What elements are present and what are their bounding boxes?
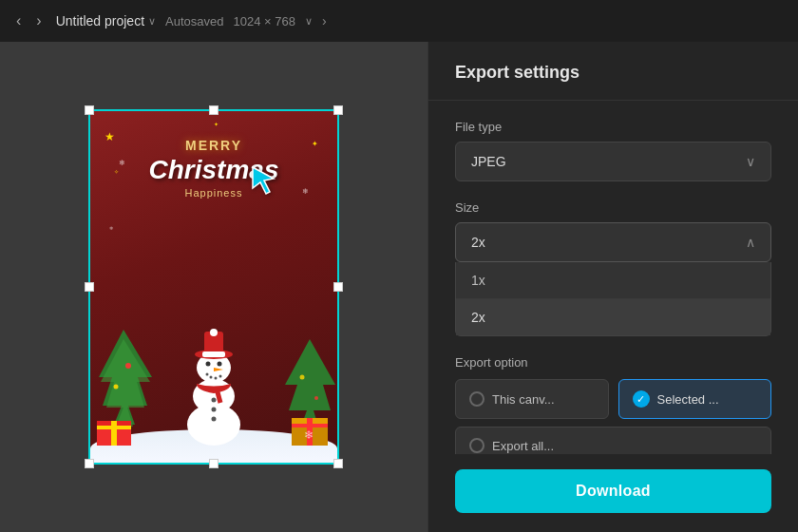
handle-top-right[interactable] [333, 105, 343, 115]
panel-body: File type JPEG ∨ Size 2x ∧ 1x 2x E [428, 101, 798, 454]
main-area: ★ ✦ ✦ ✧ ❄ ❄ ❄ MERRY Christmas Happiness [0, 42, 798, 532]
gift-box-right: ❄ [290, 406, 330, 446]
file-type-chevron-icon: ∨ [746, 154, 755, 169]
export-all-radio [469, 438, 484, 453]
dimensions-label: 1024 × 768 [233, 14, 294, 28]
svg-point-25 [212, 417, 217, 422]
handle-bottom-right[interactable] [333, 459, 343, 468]
selected-option[interactable]: ✓ Selected ... [618, 379, 772, 419]
this-canvas-option[interactable]: This canv... [455, 379, 609, 419]
handle-bottom-left[interactable] [85, 459, 94, 468]
handle-top-center[interactable] [209, 105, 218, 115]
export-option-label: Export option [455, 355, 771, 370]
merry-text: MERRY [185, 138, 242, 153]
panel-header: Export settings [428, 42, 798, 101]
download-button[interactable]: Download [455, 469, 771, 513]
export-all-text: Export all... [492, 439, 554, 453]
file-type-select[interactable]: JPEG ∨ [455, 142, 771, 181]
nav-arrow-icon: › [322, 13, 327, 28]
svg-text:❄: ❄ [304, 428, 314, 442]
happiness-text: Happiness [185, 187, 243, 199]
size-option-1x[interactable]: 1x [456, 262, 770, 299]
size-select[interactable]: 2x ∧ [455, 222, 771, 262]
file-type-label: File type [455, 120, 771, 134]
canvas-image: ★ ✦ ✦ ✧ ❄ ❄ ❄ MERRY Christmas Happiness [90, 111, 337, 463]
canvas-area[interactable]: ★ ✦ ✦ ✧ ❄ ❄ ❄ MERRY Christmas Happiness [0, 42, 428, 532]
panel-title: Export settings [455, 63, 771, 83]
gift-box-left [95, 409, 133, 446]
svg-rect-34 [292, 424, 328, 428]
svg-point-8 [314, 396, 318, 400]
svg-point-4 [114, 385, 119, 390]
svg-point-7 [300, 375, 305, 380]
export-panel: Export settings File type JPEG ∨ Size 2x… [428, 42, 798, 532]
svg-point-16 [206, 362, 211, 367]
svg-point-17 [218, 362, 222, 367]
handle-mid-right[interactable] [333, 282, 343, 292]
dimensions-chevron-icon: ∨ [305, 15, 313, 28]
file-type-value: JPEG [471, 154, 506, 169]
svg-point-24 [212, 408, 217, 412]
handle-top-left[interactable] [85, 105, 94, 115]
topbar: ‹ › Untitled project ∨ Autosaved 1024 × … [0, 0, 798, 42]
size-dropdown: 1x 2x [455, 262, 771, 336]
snowman-area: ❄ [90, 199, 337, 463]
svg-point-22 [219, 375, 222, 378]
svg-point-15 [210, 329, 218, 336]
project-chevron-icon: ∨ [148, 15, 156, 28]
size-option-2x[interactable]: 2x [456, 299, 770, 335]
export-options-row: This canv... ✓ Selected ... [455, 379, 771, 419]
forward-button[interactable]: › [31, 10, 46, 31]
svg-rect-14 [202, 352, 225, 357]
svg-point-20 [210, 376, 213, 379]
svg-point-3 [125, 363, 131, 369]
this-canvas-text: This canv... [492, 392, 555, 407]
back-button[interactable]: ‹ [11, 10, 26, 31]
svg-rect-30 [97, 426, 131, 429]
selected-check-icon: ✓ [633, 390, 650, 408]
snowman-svg [171, 322, 256, 446]
canvas-wrapper: ★ ✦ ✦ ✧ ❄ ❄ ❄ MERRY Christmas Happiness [90, 111, 337, 463]
christmas-text: Christmas [149, 155, 279, 185]
size-label: Size [455, 200, 771, 215]
export-all-row: Export all... [455, 427, 771, 454]
card-content: MERRY Christmas Happiness [90, 111, 337, 463]
svg-rect-29 [111, 421, 117, 446]
handle-mid-left[interactable] [85, 282, 94, 292]
project-title[interactable]: Untitled project ∨ [56, 13, 156, 28]
svg-point-19 [206, 373, 209, 376]
svg-point-23 [212, 398, 217, 403]
selected-text: Selected ... [657, 392, 719, 407]
autosaved-label: Autosaved [165, 14, 223, 28]
panel-footer: Download [428, 454, 798, 532]
svg-point-21 [215, 377, 218, 380]
export-all-option[interactable]: Export all... [455, 427, 771, 454]
this-canvas-radio [469, 391, 484, 407]
handle-bottom-center[interactable] [209, 459, 218, 468]
nav-controls: ‹ › [11, 10, 47, 31]
size-value: 2x [471, 235, 485, 250]
size-chevron-icon: ∧ [746, 235, 755, 250]
